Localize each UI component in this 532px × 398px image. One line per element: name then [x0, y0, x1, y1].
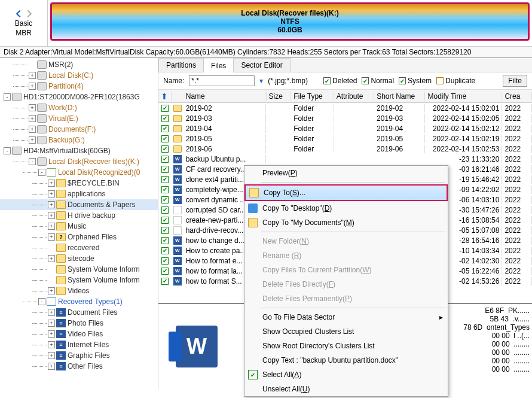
expand-icon[interactable]: +	[48, 363, 55, 370]
row-checkbox[interactable]: ✔	[161, 227, 169, 234]
expand-icon[interactable]: -	[4, 93, 11, 101]
deleted-checkbox[interactable]: ✔Deleted	[323, 77, 357, 85]
tree-item[interactable]: +Work(D:)	[0, 102, 158, 113]
expand-icon[interactable]: +	[48, 330, 55, 338]
expand-icon[interactable]: +	[48, 309, 55, 316]
expand-icon[interactable]: +	[48, 212, 55, 219]
row-checkbox[interactable]: ✔	[161, 237, 169, 244]
expand-icon[interactable]: -	[29, 158, 36, 165]
menu-copy-to-mydocs[interactable]: Copy To "My Documents"(M)	[244, 215, 448, 230]
row-checkbox[interactable]: ✔	[161, 166, 169, 173]
table-row[interactable]: ✔2019-03Folder2019-032022-02-14 15:02:05…	[158, 113, 532, 123]
expand-icon[interactable]: +	[48, 341, 55, 348]
row-checkbox[interactable]: ✔	[161, 278, 169, 285]
volume-bar[interactable]: Local Disk(Recover files)(K:) NTFS 60.0G…	[50, 2, 530, 41]
row-checkbox[interactable]: ✔	[161, 247, 169, 254]
row-checkbox[interactable]: ✔	[161, 257, 169, 265]
expand-icon[interactable]: +	[29, 104, 36, 111]
tree-item[interactable]: +≡Internet Files	[0, 339, 158, 350]
tree-item[interactable]: +Documents(F:)	[0, 124, 158, 135]
tree-item[interactable]: MSR(2)	[0, 59, 158, 70]
expand-icon[interactable]: +	[29, 83, 36, 90]
row-checkbox[interactable]: ✔	[161, 268, 169, 275]
row-checkbox[interactable]: ✔	[161, 125, 169, 132]
expand-icon[interactable]: +	[48, 320, 55, 327]
filter-button[interactable]: Filte	[503, 75, 527, 87]
expand-icon[interactable]: +	[48, 255, 55, 262]
expand-icon[interactable]: +	[48, 287, 55, 294]
table-row[interactable]: ✔2019-02Folder2019-022022-02-14 15:02:01…	[158, 103, 532, 113]
col-attribute[interactable]: Attribute	[334, 92, 374, 101]
tree-item[interactable]: -Local Disk(Recover files)(K:)	[0, 156, 158, 167]
col-filetype[interactable]: File Type	[291, 92, 334, 101]
tree-item[interactable]: +≡Video Files	[0, 329, 158, 339]
row-checkbox[interactable]: ✔	[161, 217, 169, 224]
table-row[interactable]: ✔2019-04Folder2019-042022-02-14 15:02:12…	[158, 123, 532, 133]
row-checkbox[interactable]: ✔	[161, 206, 169, 214]
tree-item[interactable]: +?Orphaned Files	[0, 232, 158, 242]
tree-item[interactable]: -Recovered Types(1)	[0, 296, 158, 307]
expand-icon[interactable]: +	[48, 180, 55, 187]
tree-item[interactable]: +Local Disk(C:)	[0, 70, 158, 81]
duplicate-checkbox[interactable]: Duplicate	[436, 77, 475, 85]
col-modifytime[interactable]: Modify Time	[425, 92, 502, 101]
tree-item[interactable]: +≡Document Files	[0, 307, 158, 318]
expand-icon[interactable]: +	[29, 72, 36, 79]
tree-item[interactable]: +≡Photo Files	[0, 318, 158, 329]
tree-item[interactable]: +Partition(4)	[0, 81, 158, 92]
tree-item[interactable]: -Local Disk(Recognized)(0	[0, 167, 158, 178]
menu-unselect-all[interactable]: Unselect All(U)	[244, 382, 448, 396]
tree-item[interactable]: -HD4:MsftVirtualDisk(60GB)	[0, 145, 158, 156]
col-size[interactable]: Size	[267, 92, 292, 101]
table-row[interactable]: ✔2019-06Folder2019-062022-02-14 15:02:53…	[158, 144, 532, 154]
row-checkbox[interactable]: ✔	[161, 176, 169, 183]
expand-icon[interactable]: +	[48, 190, 55, 198]
expand-icon[interactable]: +	[48, 223, 55, 230]
tree-item[interactable]: System Volume Inform	[0, 264, 158, 275]
col-createtime[interactable]: Crea	[502, 92, 532, 101]
tree-item[interactable]: +Documents & Papers	[0, 199, 158, 210]
up-folder-icon[interactable]: ⬆	[161, 92, 168, 101]
nav-forward-icon[interactable]	[25, 10, 33, 18]
menu-copy-to-desktop[interactable]: Copy To "Desktop"(D)	[244, 201, 448, 215]
menu-show-occupied[interactable]: Show Occupied Clusters List	[244, 324, 448, 339]
tree-item[interactable]: +Backup(G:)	[0, 135, 158, 145]
row-checkbox[interactable]: ✔	[161, 145, 169, 153]
tree-item[interactable]: +Music	[0, 221, 158, 232]
tree-item[interactable]: +≡Graphic Files	[0, 350, 158, 361]
expand-icon[interactable]: -	[38, 298, 45, 305]
tree-item[interactable]: +$RECYCLE.BIN	[0, 178, 158, 189]
expand-icon[interactable]: +	[48, 352, 55, 359]
menu-goto-sector[interactable]: Go To File Data Sector▸	[244, 310, 448, 324]
expand-icon[interactable]: +	[29, 136, 36, 144]
menu-copy-to[interactable]: Copy To(S)...	[244, 184, 448, 201]
row-checkbox[interactable]: ✔	[161, 186, 169, 193]
table-row[interactable]: ✔2019-05Folder2019-052022-02-14 15:02:19…	[158, 133, 532, 144]
tab-partitions[interactable]: Partitions	[158, 58, 204, 72]
menu-select-all[interactable]: ✔Select All(A)	[244, 367, 448, 382]
row-checkbox[interactable]: ✔	[161, 115, 169, 122]
expand-icon[interactable]: -	[4, 147, 11, 154]
tree-item[interactable]: System Volume Inform	[0, 275, 158, 285]
name-pattern-input[interactable]	[189, 75, 255, 86]
partition-tree[interactable]: MSR(2)+Local Disk(C:)+Partition(4)-HD1:S…	[0, 58, 158, 389]
tree-item[interactable]: recovered	[0, 242, 158, 253]
expand-icon[interactable]: +	[29, 115, 36, 122]
tree-item[interactable]: +sitecode	[0, 253, 158, 264]
col-shortname[interactable]: Short Name	[374, 92, 425, 101]
expand-icon[interactable]: +	[48, 201, 55, 208]
menu-preview[interactable]: Preview(P)	[244, 166, 448, 180]
expand-icon[interactable]: +	[29, 126, 36, 133]
tree-item[interactable]: +H drive backup	[0, 210, 158, 221]
tab-files[interactable]: Files	[203, 59, 234, 72]
expand-icon[interactable]: -	[38, 169, 45, 176]
tree-item[interactable]: +≡Other Files	[0, 361, 158, 372]
table-row[interactable]: ✔Wbackup Ubuntu p...-23 11:33:202022	[158, 154, 532, 164]
row-checkbox[interactable]: ✔	[161, 135, 169, 142]
system-checkbox[interactable]: ✔System	[399, 77, 432, 85]
row-checkbox[interactable]: ✔	[161, 196, 169, 203]
tab-sector-editor[interactable]: Sector Editor	[233, 58, 290, 72]
menu-copy-text[interactable]: Copy Text : "backup Ubuntu partition.doc…	[244, 353, 448, 367]
tree-item[interactable]: +Videos	[0, 285, 158, 296]
row-checkbox[interactable]: ✔	[161, 105, 169, 112]
